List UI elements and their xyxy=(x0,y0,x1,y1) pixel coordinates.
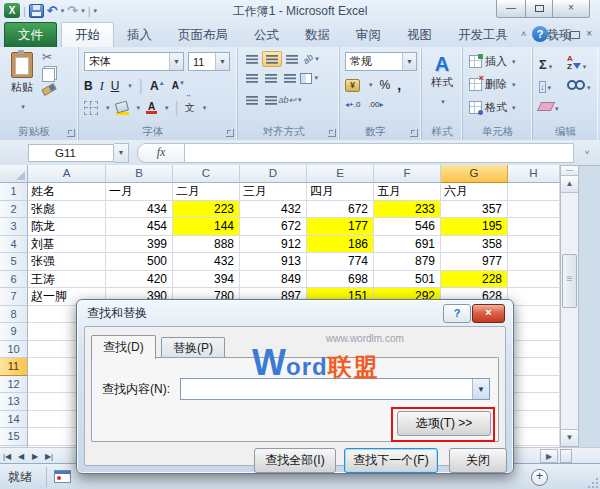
insert-function-button[interactable]: fx xyxy=(137,143,185,163)
copy-icon[interactable] xyxy=(42,68,55,82)
cell-F5[interactable]: 879 xyxy=(374,253,441,271)
row-header-14[interactable]: 14 xyxy=(0,411,28,429)
row-header-8[interactable]: 8 xyxy=(0,306,28,324)
column-header-G[interactable]: G xyxy=(441,165,508,183)
align-left-button[interactable] xyxy=(243,71,261,85)
ribbon-tab-页面布局[interactable]: 页面布局 xyxy=(165,23,241,47)
fill-color-dropdown-icon[interactable]: ▾ xyxy=(137,104,141,112)
cell-B6[interactable]: 420 xyxy=(106,271,173,289)
dialog-launcher-icon[interactable] xyxy=(226,129,234,137)
close-dialog-button[interactable]: 关闭 xyxy=(449,448,507,473)
grow-font-button[interactable]: A▲ xyxy=(150,79,165,93)
cell-C3[interactable]: 144 xyxy=(173,218,240,236)
resize-grip[interactable] xyxy=(586,476,598,488)
cell-H15[interactable] xyxy=(508,428,560,446)
phonetic-guide-icon[interactable]: 文 xyxy=(185,101,195,115)
font-size-combo[interactable]: 11 ▼ xyxy=(188,52,230,71)
cell-H10[interactable] xyxy=(508,341,560,359)
cut-icon[interactable]: ✂ xyxy=(42,51,56,64)
cell-D2[interactable]: 432 xyxy=(240,201,307,219)
prev-sheet-button[interactable]: ◀ xyxy=(14,452,28,461)
select-all-corner[interactable] xyxy=(0,165,28,183)
help-icon[interactable]: ? xyxy=(532,26,548,42)
cell-H12[interactable] xyxy=(508,376,560,394)
formula-bar-expand-icon[interactable]: ˅ xyxy=(580,145,594,161)
format-painter-icon[interactable] xyxy=(41,83,57,96)
row-header-12[interactable]: 12 xyxy=(0,376,28,394)
increase-indent-button[interactable] xyxy=(262,93,280,107)
row-header-11[interactable]: 11 xyxy=(0,358,28,376)
fill-button[interactable]: ↓▾ xyxy=(539,76,567,94)
dialog-launcher-icon[interactable] xyxy=(328,129,336,137)
cell-A4[interactable]: 刘基 xyxy=(28,236,106,254)
column-header-D[interactable]: D xyxy=(240,165,307,183)
column-header-H[interactable]: H xyxy=(508,165,560,183)
cell-G1[interactable]: 六月 xyxy=(441,183,508,201)
cell-G6[interactable]: 228 xyxy=(441,271,508,289)
clear-button[interactable]: ▾ xyxy=(539,97,567,115)
column-header-E[interactable]: E xyxy=(307,165,374,183)
tab-replace[interactable]: 替换(P) xyxy=(161,337,225,359)
cell-G5[interactable]: 977 xyxy=(441,253,508,271)
cell-D1[interactable]: 三月 xyxy=(240,183,307,201)
dialog-launcher-icon[interactable] xyxy=(67,129,75,137)
minimize-button[interactable]: — xyxy=(496,0,526,18)
ribbon-tab-数据[interactable]: 数据 xyxy=(292,23,343,47)
cell-H1[interactable] xyxy=(508,183,560,201)
row-header-2[interactable]: 2 xyxy=(0,201,28,219)
row-header-15[interactable]: 15 xyxy=(0,428,28,446)
find-next-button[interactable]: 查找下一个(F) xyxy=(344,448,438,473)
formula-input[interactable] xyxy=(185,143,574,163)
italic-button[interactable]: I xyxy=(100,79,104,94)
align-center-button[interactable] xyxy=(262,71,280,85)
cell-H4[interactable] xyxy=(508,236,560,254)
cell-A6[interactable]: 王涛 xyxy=(28,271,106,289)
row-header-4[interactable]: 4 xyxy=(0,236,28,254)
sort-filter-button[interactable]: AZ▾ xyxy=(567,55,597,73)
vertical-scrollbar[interactable]: — ▲ ▼ xyxy=(560,165,579,447)
cell-F4[interactable]: 691 xyxy=(374,236,441,254)
macro-record-icon[interactable] xyxy=(54,470,71,483)
paste-button[interactable]: 粘贴 ▾ xyxy=(4,50,40,122)
cell-styles-button[interactable]: A 样式 ▾ xyxy=(422,53,462,108)
cell-F2[interactable]: 233 xyxy=(374,201,441,219)
cell-B4[interactable]: 399 xyxy=(106,236,173,254)
find-what-input[interactable] xyxy=(181,379,472,399)
borders-icon[interactable] xyxy=(84,101,98,115)
zoom-in-button[interactable]: + xyxy=(531,469,548,486)
scroll-up-icon[interactable]: ▲ xyxy=(561,176,578,193)
row-header-7[interactable]: 7 xyxy=(0,288,28,306)
align-top-button[interactable] xyxy=(243,52,261,66)
percent-style-button[interactable]: % xyxy=(380,78,391,92)
ribbon-collapse-icon[interactable]: ˄ xyxy=(521,29,526,39)
cell-H14[interactable] xyxy=(508,411,560,429)
cell-C2[interactable]: 223 xyxy=(173,201,240,219)
cell-E2[interactable]: 672 xyxy=(307,201,374,219)
tab-find[interactable]: 查找(D) xyxy=(91,335,156,359)
cell-F6[interactable]: 501 xyxy=(374,271,441,289)
phonetic-dropdown-icon[interactable]: ▾ xyxy=(203,104,207,112)
number-format-combo[interactable]: 常规 ▼ xyxy=(345,52,417,71)
font-color-dropdown-icon[interactable]: ▾ xyxy=(165,104,169,112)
cell-E4[interactable]: 186 xyxy=(307,236,374,254)
cell-H2[interactable] xyxy=(508,201,560,219)
ribbon-tab-公式[interactable]: 公式 xyxy=(241,23,292,47)
row-header-1[interactable]: 1 xyxy=(0,183,28,201)
orientation-button[interactable]: ab▾ xyxy=(302,52,320,66)
autosum-button[interactable]: Σ▾ xyxy=(539,55,567,73)
font-name-combo[interactable]: 宋体 ▼ xyxy=(84,52,184,71)
find-all-button[interactable]: 查找全部(I) xyxy=(254,448,336,473)
close-button[interactable]: × xyxy=(552,0,590,18)
cell-C4[interactable]: 888 xyxy=(173,236,240,254)
cell-H6[interactable] xyxy=(508,271,560,289)
cell-H5[interactable] xyxy=(508,253,560,271)
comma-style-button[interactable]: , xyxy=(397,77,401,93)
scroll-down-icon[interactable]: ▼ xyxy=(561,429,578,446)
cell-F1[interactable]: 五月 xyxy=(374,183,441,201)
row-header-13[interactable]: 13 xyxy=(0,393,28,411)
row-header-10[interactable]: 10 xyxy=(0,341,28,359)
dialog-close-button[interactable]: × xyxy=(472,304,505,323)
bold-button[interactable]: B xyxy=(84,79,93,93)
align-middle-button[interactable] xyxy=(262,51,282,67)
cell-G4[interactable]: 358 xyxy=(441,236,508,254)
